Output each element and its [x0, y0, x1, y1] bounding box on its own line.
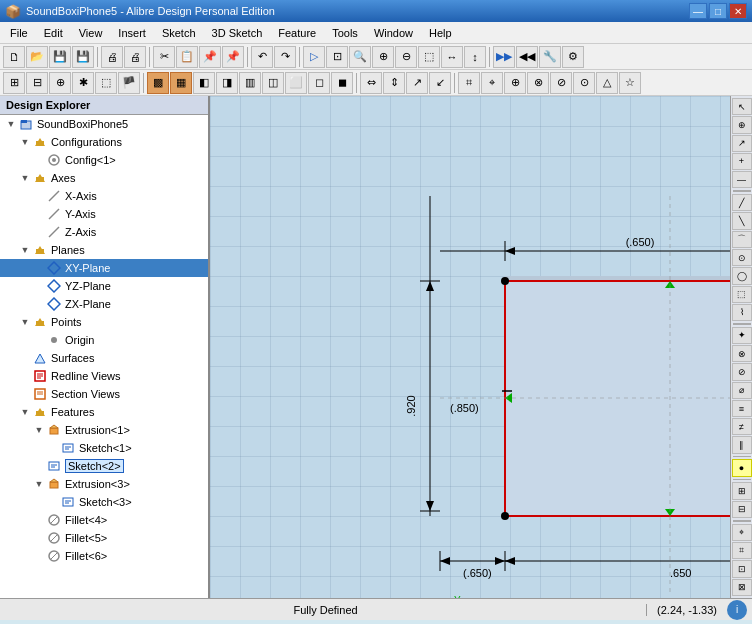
- tree-item-zxplane[interactable]: ZX-Plane: [0, 295, 208, 313]
- tb2-15[interactable]: ◼: [331, 72, 353, 94]
- tb2-12[interactable]: ◫: [262, 72, 284, 94]
- rtb-16[interactable]: ⌀: [732, 382, 752, 399]
- zoom-button[interactable]: 🔍: [349, 46, 371, 68]
- rtb-24[interactable]: ⌗: [732, 542, 752, 559]
- rtb-2[interactable]: ⊕: [732, 116, 752, 133]
- print-button[interactable]: 🖨: [101, 46, 123, 68]
- tb2-19[interactable]: ↙: [429, 72, 451, 94]
- tree-expand-features[interactable]: ▼: [18, 405, 32, 419]
- rtb-10[interactable]: ◯: [732, 267, 752, 284]
- tree-item-surfaces[interactable]: Surfaces: [0, 349, 208, 367]
- rtb-8[interactable]: ⌒: [732, 231, 752, 248]
- tree-item-configs[interactable]: ▼Configurations: [0, 133, 208, 151]
- rtb-23[interactable]: ⌖: [732, 524, 752, 541]
- tree-item-axes[interactable]: ▼Axes: [0, 169, 208, 187]
- tb2-25[interactable]: ⊙: [573, 72, 595, 94]
- new-button[interactable]: 🗋: [3, 46, 25, 68]
- tb2-1[interactable]: ⊞: [3, 72, 25, 94]
- tree-item-extrusion1[interactable]: ▼Extrusion<1>: [0, 421, 208, 439]
- rtb-15[interactable]: ⊘: [732, 363, 752, 380]
- tree-expand-root[interactable]: ▼: [4, 117, 18, 131]
- tree-expand-axes[interactable]: ▼: [18, 171, 32, 185]
- rtb-14[interactable]: ⊗: [732, 345, 752, 362]
- tb2-6[interactable]: 🏴: [118, 72, 140, 94]
- tree-item-xaxis[interactable]: X-Axis: [0, 187, 208, 205]
- tb2-21[interactable]: ⌖: [481, 72, 503, 94]
- select2-button[interactable]: ⊡: [326, 46, 348, 68]
- tb2-13[interactable]: ⬜: [285, 72, 307, 94]
- zoom-window-button[interactable]: ⬚: [418, 46, 440, 68]
- rtb-25[interactable]: ⊡: [732, 560, 752, 577]
- tree-item-sketch1[interactable]: Sketch<1>: [0, 439, 208, 457]
- tb2-18[interactable]: ↗: [406, 72, 428, 94]
- tree-item-xyplane[interactable]: XY-Plane: [0, 259, 208, 277]
- zoom-in-button[interactable]: ⊕: [372, 46, 394, 68]
- tree-item-fillet4[interactable]: Fillet<4>: [0, 511, 208, 529]
- tb2-23[interactable]: ⊗: [527, 72, 549, 94]
- tb2-16[interactable]: ⇔: [360, 72, 382, 94]
- tb2-22[interactable]: ⊕: [504, 72, 526, 94]
- print2-button[interactable]: 🖨: [124, 46, 146, 68]
- tb2-20[interactable]: ⌗: [458, 72, 480, 94]
- paste2-button[interactable]: 📌: [222, 46, 244, 68]
- maximize-button[interactable]: □: [709, 3, 727, 19]
- rtb-9[interactable]: ⊙: [732, 249, 752, 266]
- tree-expand-configs[interactable]: ▼: [18, 135, 32, 149]
- tb2-26[interactable]: △: [596, 72, 618, 94]
- tree-item-zaxis[interactable]: Z-Axis: [0, 223, 208, 241]
- select-button[interactable]: ▷: [303, 46, 325, 68]
- save-all-button[interactable]: 💾: [72, 46, 94, 68]
- tree-item-config1[interactable]: Config<1>: [0, 151, 208, 169]
- tree-item-yzplane[interactable]: YZ-Plane: [0, 277, 208, 295]
- tree-item-redline[interactable]: Redline Views: [0, 367, 208, 385]
- tree-item-origin[interactable]: Origin: [0, 331, 208, 349]
- tb2-5[interactable]: ⬚: [95, 72, 117, 94]
- copy-button[interactable]: 📋: [176, 46, 198, 68]
- tree-item-fillet5[interactable]: Fillet<5>: [0, 529, 208, 547]
- tree-item-planes[interactable]: ▼Planes: [0, 241, 208, 259]
- menu-item-help[interactable]: Help: [421, 25, 460, 41]
- rtb-7[interactable]: ╲: [732, 212, 752, 229]
- menu-item-view[interactable]: View: [71, 25, 111, 41]
- rtb-3[interactable]: ↗: [732, 135, 752, 152]
- redo-button[interactable]: ↷: [274, 46, 296, 68]
- tree-item-features[interactable]: ▼Features: [0, 403, 208, 421]
- viewport[interactable]: (.650) .920 (.850) .650: [210, 96, 730, 598]
- tree-expand-extrusion3[interactable]: ▼: [32, 477, 46, 491]
- rtb-18[interactable]: ≠: [732, 418, 752, 435]
- rtb-4[interactable]: +: [732, 153, 752, 170]
- menu-item-3d sketch[interactable]: 3D Sketch: [204, 25, 271, 41]
- tree-item-yaxis[interactable]: Y-Axis: [0, 205, 208, 223]
- explorer-content[interactable]: ▼SoundBoxiPhone5▼ConfigurationsConfig<1>…: [0, 115, 208, 598]
- open-button[interactable]: 📂: [26, 46, 48, 68]
- rtb-26[interactable]: ⊠: [732, 579, 752, 596]
- close-button[interactable]: ✕: [729, 3, 747, 19]
- menu-item-tools[interactable]: Tools: [324, 25, 366, 41]
- view4-button[interactable]: ⚙: [562, 46, 584, 68]
- tb2-9[interactable]: ◧: [193, 72, 215, 94]
- tb2-7[interactable]: ▩: [147, 72, 169, 94]
- tb2-24[interactable]: ⊘: [550, 72, 572, 94]
- cut-button[interactable]: ✂: [153, 46, 175, 68]
- rtb-20[interactable]: ●: [732, 459, 752, 476]
- tree-item-section[interactable]: Section Views: [0, 385, 208, 403]
- menu-item-edit[interactable]: Edit: [36, 25, 71, 41]
- pan-button[interactable]: ↔: [441, 46, 463, 68]
- view-front-button[interactable]: ▶▶: [493, 46, 515, 68]
- save-button[interactable]: 💾: [49, 46, 71, 68]
- menu-item-feature[interactable]: Feature: [270, 25, 324, 41]
- minimize-button[interactable]: —: [689, 3, 707, 19]
- rtb-1[interactable]: ↖: [732, 98, 752, 115]
- menu-item-sketch[interactable]: Sketch: [154, 25, 204, 41]
- tb2-8[interactable]: ▦: [170, 72, 192, 94]
- tree-item-root[interactable]: ▼SoundBoxiPhone5: [0, 115, 208, 133]
- tb2-27[interactable]: ☆: [619, 72, 641, 94]
- tree-item-points[interactable]: ▼Points: [0, 313, 208, 331]
- menu-item-file[interactable]: File: [2, 25, 36, 41]
- rtb-12[interactable]: ⌇: [732, 304, 752, 321]
- menu-item-window[interactable]: Window: [366, 25, 421, 41]
- tree-item-sketch3[interactable]: Sketch<3>: [0, 493, 208, 511]
- tree-expand-planes[interactable]: ▼: [18, 243, 32, 257]
- rtb-19[interactable]: ∥: [732, 436, 752, 453]
- tb2-10[interactable]: ◨: [216, 72, 238, 94]
